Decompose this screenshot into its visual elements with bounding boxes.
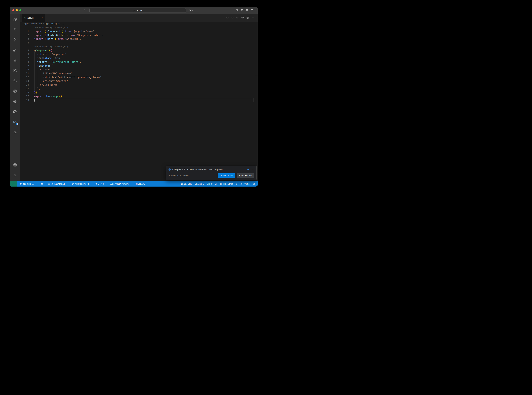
close-window-button[interactable] [12, 9, 14, 11]
activity-item-run-debug[interactable] [11, 46, 19, 54]
plug-icon [51, 183, 54, 185]
indent-guide [40, 79, 40, 83]
zoom-window-button[interactable] [19, 9, 21, 11]
activity-item-testing[interactable] [11, 56, 19, 65]
activity-item-search[interactable] [11, 25, 19, 34]
indent-guide [40, 71, 40, 75]
line-number: 7 [20, 56, 34, 60]
search-icon [133, 9, 135, 12]
status-vim-mode[interactable]: -- NORMAL -- [133, 181, 148, 187]
status-nx-cloud-ai-fix[interactable]: Nx Cloud AI Fix [70, 181, 91, 187]
gitlens-inspect-icon [13, 99, 17, 104]
previous-change-icon[interactable] [226, 16, 229, 19]
status-encoding[interactable]: UTF-8 [205, 181, 214, 187]
status-gitlens-launchpad[interactable]: Launchpad [47, 181, 66, 187]
source-control-icon [13, 38, 17, 42]
editor-group: TS app.ts × apps›demo›src›app›TS app.ts›… [20, 14, 258, 181]
status-problems[interactable]: 00 [93, 181, 105, 187]
close-tab-icon[interactable]: × [42, 16, 43, 19]
gitlens-graph-icon[interactable] [241, 16, 244, 19]
activity-item-extensions[interactable] [11, 66, 19, 75]
status-label: 0 [103, 183, 104, 185]
code-line-6: 6 selector: 'app-root', [20, 52, 258, 56]
line-number [20, 45, 34, 49]
copilot-menu[interactable] [188, 7, 194, 14]
status-language[interactable]: {}TypeScript [219, 181, 234, 187]
gitlens-icon [13, 89, 17, 93]
code-text: selector: 'app-root', [34, 52, 68, 56]
activity-item-edge-tools[interactable] [11, 107, 19, 116]
back-icon[interactable] [78, 9, 81, 12]
code-line-11: 11 title="Welcmoe demo" [20, 71, 258, 75]
activity-item-explorer[interactable] [11, 15, 19, 23]
more-actions-icon[interactable] [251, 16, 254, 19]
status-git-branch[interactable]: add-hero [18, 181, 36, 187]
code-text: export class App {} [34, 94, 62, 98]
breadcrumb-item-src[interactable]: src [39, 22, 42, 25]
indent-guide [34, 68, 35, 71]
status-gitlens-compare[interactable] [40, 181, 44, 187]
code-text: template: ` [34, 64, 53, 68]
code-text: import { Component } from '@angular/core… [34, 29, 96, 33]
activity-item-source-control[interactable] [11, 36, 19, 44]
status-label: Launchpad [54, 183, 65, 185]
toggle-primary-sidebar-icon[interactable] [241, 9, 243, 11]
toggle-secondary-sidebar-icon[interactable] [251, 9, 253, 11]
indent-guide [34, 64, 35, 68]
indent-guide [34, 71, 35, 75]
notification-settings-icon[interactable] [247, 168, 249, 171]
status-auto-attach[interactable]: Auto Attach: Always [109, 181, 130, 187]
next-change-icon[interactable] [236, 16, 239, 19]
tab-app-ts[interactable]: TS app.ts × [22, 14, 45, 22]
activity-bar: N❯2 [10, 14, 20, 181]
notification-toast: CI Pipeline Execution for #add-hero has … [166, 166, 257, 180]
status-eol[interactable]: LF [214, 181, 219, 187]
copilot-icon [235, 183, 238, 185]
code-line-17: 17export class App {} [20, 94, 258, 98]
activity-item-gitlens[interactable] [11, 87, 19, 95]
indent-guide [34, 87, 35, 91]
activity-item-gitlens-inspect[interactable] [11, 97, 19, 105]
line-number: 10 [20, 68, 34, 71]
status-cursor-position[interactable]: Ln 18, Col 1 [180, 181, 194, 187]
status-copilot-status[interactable] [234, 181, 239, 187]
split-editor-icon[interactable] [246, 16, 249, 19]
breadcrumb-item-demo[interactable]: demo [32, 22, 37, 25]
blame-text: You, 26 minutes ago | 1 author (You) [34, 45, 68, 49]
current-change-icon[interactable] [231, 16, 234, 19]
activity-item-accounts[interactable] [11, 161, 19, 169]
compare-icon [41, 183, 43, 185]
activity-item-containers[interactable] [11, 128, 19, 136]
status-prettier[interactable]: Prettier [239, 181, 251, 187]
breadcrumb-item-app[interactable]: app [45, 22, 48, 25]
status-remote-indicator[interactable] [10, 181, 17, 187]
line-number: 16 [20, 91, 34, 94]
status-indentation[interactable]: Spaces: 2 [193, 181, 205, 187]
breadcrumb-item-app-ts[interactable]: TS app.ts [51, 22, 59, 25]
indent-guide [34, 79, 35, 83]
command-center-search[interactable]: acme [90, 8, 186, 13]
minimize-window-button[interactable] [16, 9, 18, 11]
activity-item-references[interactable] [11, 77, 19, 85]
code-text: import { Hero } from '@acme/ui'; [34, 37, 81, 41]
toggle-panel-icon[interactable] [246, 9, 248, 11]
breadcrumb-separator: › [38, 22, 38, 25]
code-editor[interactable]: You, 26 minutes ago | 1 author (You)1imp… [20, 26, 258, 181]
line-number: 6 [20, 52, 34, 56]
code-line-3: 3import { Hero } from '@acme/ui'; [20, 37, 258, 41]
code-line-15: 15 `, [20, 87, 258, 91]
close-notification-icon[interactable] [252, 168, 254, 171]
view-commit-button[interactable]: View Commit [218, 173, 235, 178]
view-results-button[interactable]: View Results [237, 173, 254, 178]
info-icon [168, 168, 171, 171]
code-line-12: 12 subtitle="Build something amazing tod… [20, 75, 258, 79]
status-notifications[interactable] [251, 181, 256, 187]
breadcrumb-item-apps[interactable]: apps [24, 22, 29, 25]
line-number [20, 26, 34, 29]
status-label: -- NORMAL -- [134, 183, 147, 185]
customize-layout-icon[interactable] [236, 9, 238, 11]
activity-item-nx-console[interactable]: N❯2 [11, 118, 19, 126]
activity-item-settings[interactable] [11, 171, 19, 179]
forward-icon[interactable] [83, 9, 86, 12]
breadcrumb-item--[interactable]: … [62, 22, 64, 25]
